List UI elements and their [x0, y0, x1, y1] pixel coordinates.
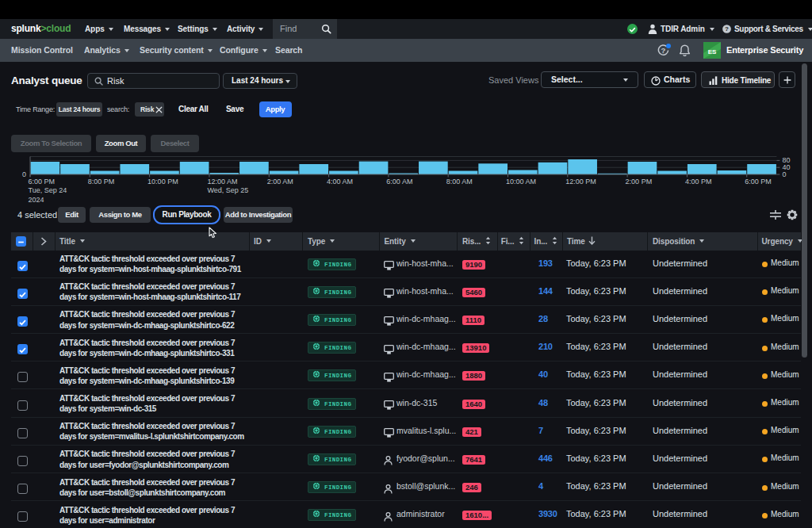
svg-text:?: ?: [661, 46, 666, 55]
svg-text:10:00 PM: 10:00 PM: [147, 178, 178, 186]
svg-text:8:00 PM: 8:00 PM: [88, 178, 115, 186]
svg-text:2024: 2024: [29, 196, 44, 204]
svg-text:6:00 AM: 6:00 AM: [386, 178, 412, 186]
svg-text:ES: ES: [708, 48, 717, 55]
svg-text:2:00 PM: 2:00 PM: [626, 178, 653, 186]
svg-text:Tue, Sep 24: Tue, Sep 24: [29, 186, 67, 194]
svg-text:0: 0: [22, 170, 26, 178]
svg-text:6:00 PM: 6:00 PM: [29, 178, 56, 186]
svg-text:Wed, Sep 25: Wed, Sep 25: [207, 186, 248, 194]
svg-text:0: 0: [782, 170, 786, 178]
svg-text:4:00 AM: 4:00 AM: [327, 178, 353, 186]
svg-text:12:00 AM: 12:00 AM: [207, 178, 237, 186]
svg-text:6:00 PM: 6:00 PM: [745, 178, 772, 186]
svg-text:10:00 AM: 10:00 AM: [506, 178, 536, 186]
svg-text:12:00 PM: 12:00 PM: [565, 178, 596, 186]
svg-text:2:00 AM: 2:00 AM: [267, 178, 293, 186]
svg-text:8:00 AM: 8:00 AM: [446, 178, 473, 186]
svg-text:4:00 PM: 4:00 PM: [685, 178, 712, 186]
svg-text:?: ?: [725, 25, 729, 33]
